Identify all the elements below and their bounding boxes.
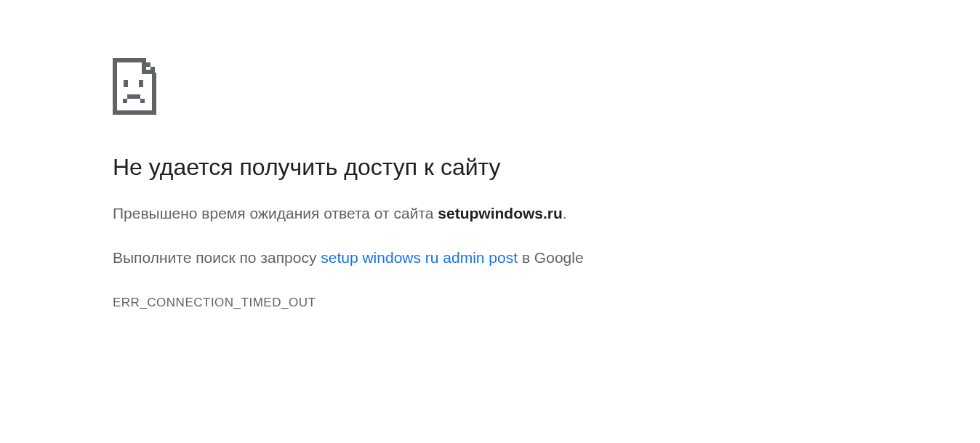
svg-rect-0 [113, 58, 146, 62]
description-suffix: . [563, 205, 567, 222]
error-icon-container [113, 58, 980, 115]
error-title: Не удается получить доступ к сайту [113, 153, 980, 183]
error-description: Превышено время ожидания ответа от сайта… [113, 202, 980, 225]
svg-rect-7 [142, 70, 155, 74]
svg-rect-3 [152, 73, 156, 115]
svg-rect-1 [113, 58, 117, 115]
search-prefix: Выполните поиск по запросу [113, 249, 321, 266]
search-link[interactable]: setup windows ru admin post [321, 249, 518, 266]
sad-page-icon [113, 58, 165, 115]
description-prefix: Превышено время ожидания ответа от сайта [113, 205, 438, 222]
svg-rect-9 [139, 80, 143, 87]
error-code: ERR_CONNECTION_TIMED_OUT [113, 296, 980, 310]
svg-rect-8 [124, 80, 128, 87]
svg-rect-4 [142, 58, 146, 70]
svg-rect-5 [146, 62, 150, 67]
search-suggestion: Выполните поиск по запросу setup windows… [113, 246, 980, 269]
svg-rect-12 [140, 99, 145, 103]
svg-rect-10 [123, 99, 127, 103]
svg-rect-11 [127, 94, 140, 99]
svg-rect-2 [113, 110, 156, 115]
search-suffix: в Google [518, 249, 584, 266]
error-domain: setupwindows.ru [438, 205, 563, 222]
